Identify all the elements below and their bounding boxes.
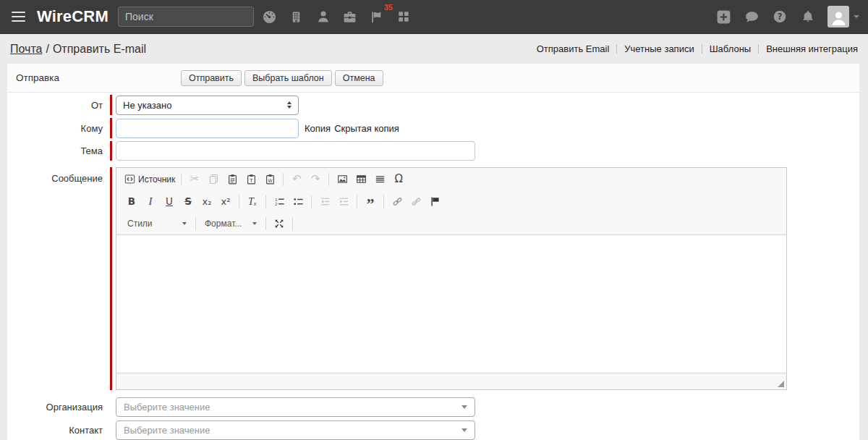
remove-format-icon[interactable]: Tₓ bbox=[244, 193, 261, 211]
bcc-link[interactable]: Скрытая копия bbox=[334, 123, 399, 134]
message-label: Сообщение bbox=[7, 167, 103, 184]
editor-content-area[interactable] bbox=[116, 235, 786, 373]
outdent-icon[interactable] bbox=[316, 193, 333, 211]
chevron-down-icon bbox=[461, 428, 467, 432]
chevron-down-icon bbox=[854, 15, 859, 18]
help-icon[interactable]: ? bbox=[771, 8, 788, 25]
header-links: Отправить Email Учетные записи Шаблоны В… bbox=[537, 43, 858, 54]
anchor-flag-icon[interactable] bbox=[426, 193, 443, 211]
page-header-bar: Почта/Отправить E-mail Отправить Email У… bbox=[0, 34, 868, 64]
link-templates[interactable]: Шаблоны bbox=[710, 43, 752, 54]
choose-template-button[interactable]: Выбрать шаблон bbox=[244, 70, 332, 86]
table-icon[interactable] bbox=[352, 171, 370, 188]
editor-footer bbox=[116, 373, 786, 389]
required-marker bbox=[110, 167, 112, 390]
apps-grid-icon[interactable] bbox=[395, 8, 412, 25]
brand-logo: WireCRM bbox=[37, 7, 109, 26]
editor-toolbar-row-1: Источник ✂ T W bbox=[116, 168, 786, 190]
paste-word-icon[interactable]: W bbox=[261, 171, 278, 188]
search-input[interactable] bbox=[118, 7, 254, 27]
copy-icon[interactable] bbox=[205, 171, 222, 188]
to-input[interactable] bbox=[116, 119, 299, 138]
breadcrumb-mail-link[interactable]: Почта bbox=[10, 43, 42, 55]
link-accounts[interactable]: Учетные записи bbox=[624, 43, 694, 54]
nav-user-icons: ? bbox=[715, 6, 868, 28]
paste-icon[interactable] bbox=[224, 171, 241, 188]
toolbar-divider bbox=[328, 173, 329, 186]
toolbar-divider bbox=[239, 195, 239, 208]
blockquote-icon[interactable]: ” bbox=[362, 195, 379, 213]
link-send-email[interactable]: Отправить Email bbox=[537, 43, 610, 54]
contact-row: Контакт Выберите значение bbox=[7, 420, 859, 440]
user-menu[interactable] bbox=[827, 6, 859, 28]
underline-icon[interactable]: U bbox=[161, 193, 178, 211]
send-button[interactable]: Отправить bbox=[181, 70, 242, 86]
breadcrumb-separator: / bbox=[46, 43, 48, 55]
notifications-icon[interactable] bbox=[799, 8, 817, 25]
superscript-icon[interactable]: x² bbox=[217, 193, 234, 211]
to-row: Кому Копия Скрытая копия bbox=[7, 118, 859, 138]
cc-link[interactable]: Копия bbox=[305, 123, 331, 134]
send-actions-row: Отправка Отправить Выбрать шаблон Отмена bbox=[7, 64, 859, 93]
required-marker bbox=[110, 118, 112, 138]
breadcrumb: Почта/Отправить E-mail bbox=[10, 43, 146, 56]
strikethrough-icon[interactable]: S bbox=[179, 193, 197, 211]
link-external-integration[interactable]: Внешняя интеграция bbox=[766, 43, 858, 54]
undo-icon[interactable]: ↶ bbox=[288, 171, 305, 188]
editor-toolbar-row-3: Стили Формат... bbox=[116, 213, 786, 235]
cut-icon[interactable]: ✂ bbox=[186, 171, 203, 188]
menu-icon[interactable] bbox=[10, 9, 27, 25]
email-form-panel: Отправка Отправить Выбрать шаблон Отмена… bbox=[7, 64, 859, 440]
app-window: WireCRM 35 bbox=[0, 0, 868, 440]
link-icon[interactable] bbox=[388, 193, 406, 211]
organization-label: Организация bbox=[7, 402, 103, 412]
send-section-label: Отправка bbox=[16, 72, 59, 83]
contacts-icon[interactable] bbox=[315, 8, 332, 25]
organization-select[interactable]: Выберите значение bbox=[116, 397, 475, 417]
maximize-icon[interactable] bbox=[271, 215, 288, 232]
bold-icon[interactable]: B bbox=[123, 193, 140, 211]
image-icon[interactable] bbox=[333, 171, 351, 188]
contact-select[interactable]: Выберите значение bbox=[116, 420, 475, 440]
cancel-button[interactable]: Отмена bbox=[335, 70, 383, 86]
bulleted-list-icon[interactable] bbox=[289, 193, 307, 211]
toolbar-divider bbox=[265, 217, 266, 230]
source-button[interactable]: Источник bbox=[123, 171, 176, 188]
avatar bbox=[827, 6, 849, 28]
horizontal-rule-icon[interactable] bbox=[371, 171, 388, 188]
chat-icon[interactable] bbox=[743, 8, 760, 25]
link-divider bbox=[616, 44, 617, 54]
special-char-icon[interactable]: Ω bbox=[390, 171, 407, 188]
deals-icon[interactable] bbox=[341, 8, 359, 25]
italic-icon[interactable]: I bbox=[142, 193, 159, 211]
dashboard-icon[interactable] bbox=[261, 8, 278, 25]
redo-icon[interactable]: ↷ bbox=[307, 171, 324, 188]
from-select-value: Не указано bbox=[123, 100, 171, 111]
editor-toolbar-row-2: B I U S x₂ x² Tₓ 12 bbox=[116, 190, 786, 213]
resize-handle[interactable] bbox=[778, 381, 784, 387]
toolbar-divider bbox=[292, 217, 293, 230]
unlink-icon[interactable] bbox=[407, 193, 425, 211]
add-icon[interactable] bbox=[715, 8, 732, 25]
organizations-icon[interactable] bbox=[288, 8, 305, 25]
numbered-list-icon[interactable]: 12 bbox=[271, 193, 288, 211]
subject-input[interactable] bbox=[116, 141, 475, 161]
styles-dropdown[interactable]: Стили bbox=[122, 216, 192, 232]
paste-text-icon[interactable]: T bbox=[242, 171, 260, 188]
select-spinner-icon bbox=[287, 101, 292, 109]
tasks-badge: 35 bbox=[384, 3, 393, 12]
contact-placeholder: Выберите значение bbox=[124, 425, 210, 436]
organization-row: Организация Выберите значение bbox=[7, 397, 859, 417]
toolbar-divider bbox=[265, 195, 266, 208]
subscript-icon[interactable]: x₂ bbox=[198, 193, 216, 211]
message-row: Сообщение Источник ✂ bbox=[7, 167, 859, 390]
action-buttons: Отправить Выбрать шаблон Отмена bbox=[181, 70, 383, 86]
tasks-icon[interactable]: 35 bbox=[368, 8, 386, 25]
rich-text-editor: Источник ✂ T W bbox=[116, 167, 787, 390]
toolbar-divider bbox=[311, 195, 312, 208]
indent-icon[interactable] bbox=[335, 193, 352, 211]
format-dropdown[interactable]: Формат... bbox=[200, 216, 262, 232]
source-label: Источник bbox=[138, 174, 175, 185]
svg-text:W: W bbox=[268, 178, 272, 183]
from-select[interactable]: Не указано bbox=[116, 96, 299, 115]
